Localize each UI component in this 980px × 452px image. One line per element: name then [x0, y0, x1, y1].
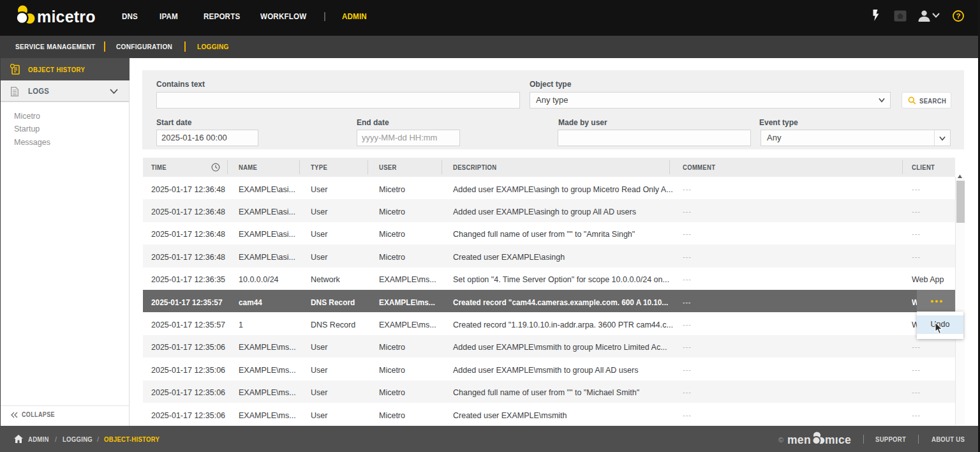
svg-text:?: ?: [956, 12, 960, 20]
